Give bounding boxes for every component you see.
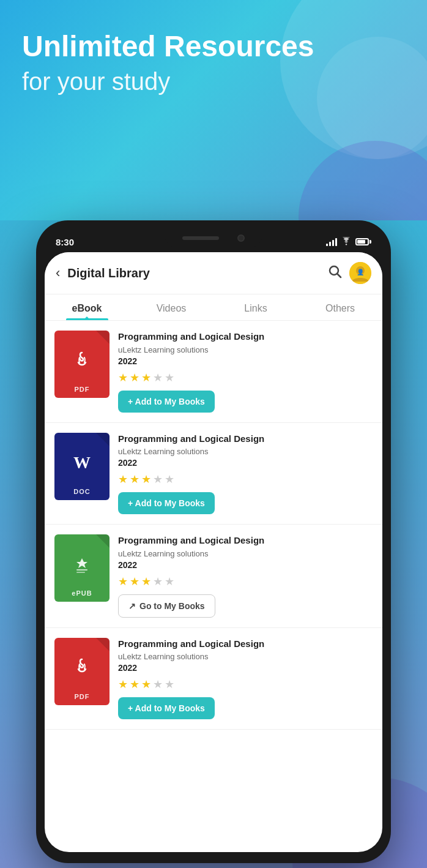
book-icon-epub: ePUB xyxy=(54,534,110,602)
book-icon-pdf: PDF xyxy=(54,331,110,398)
epub-symbol xyxy=(69,552,95,585)
phone-mockup: 8:30 xyxy=(0,220,427,863)
book-author-3: uLektz Learning solutions xyxy=(118,549,373,558)
phone-notch xyxy=(165,229,262,247)
svg-text:👤: 👤 xyxy=(357,268,365,276)
book-info-1: Programming and Logical Design uLektz Le… xyxy=(118,331,373,413)
hero-subtitle: for your study xyxy=(22,67,405,96)
book-info-3: Programming and Logical Design uLektz Le… xyxy=(118,534,373,618)
book-title-1: Programming and Logical Design xyxy=(118,331,373,343)
book-type-label-2: DOC xyxy=(73,488,90,495)
book-list: PDF Programming and Logical Design uLekt… xyxy=(45,321,382,730)
add-to-my-books-button-4[interactable]: + Add to My Books xyxy=(118,697,215,719)
tab-videos[interactable]: Videos xyxy=(129,294,214,320)
goto-arrow-icon: ↗ xyxy=(128,601,136,611)
book-type-label-4: PDF xyxy=(75,693,90,700)
add-to-my-books-button-2[interactable]: + Add to My Books xyxy=(118,492,215,514)
signal-icon xyxy=(326,238,337,246)
book-year-4: 2022 xyxy=(118,663,373,673)
phone-time: 8:30 xyxy=(56,237,74,247)
tab-bar: eBook Videos Links Others xyxy=(45,294,382,321)
book-rating-3: ★ ★ ★ ★ ★ xyxy=(118,575,373,588)
pdf-symbol-2 xyxy=(70,654,94,688)
book-icon-doc: W DOC xyxy=(54,433,110,500)
avatar[interactable]: 👤 xyxy=(349,262,371,284)
back-button[interactable]: ‹ xyxy=(56,265,60,281)
phone-screen: ‹ Digital Library 👤 xyxy=(45,252,382,852)
list-item: PDF Programming and Logical Design uLekt… xyxy=(45,628,382,730)
book-title-3: Programming and Logical Design xyxy=(118,534,373,547)
svg-text:W: W xyxy=(73,453,91,472)
book-info-2: Programming and Logical Design uLektz Le… xyxy=(118,433,373,515)
svg-line-1 xyxy=(338,274,341,278)
tab-others[interactable]: Others xyxy=(298,294,382,320)
go-to-my-books-button-3[interactable]: ↗ Go to My Books xyxy=(118,594,215,618)
svg-rect-8 xyxy=(76,569,87,571)
phone-camera xyxy=(237,234,245,242)
add-to-my-books-button-1[interactable]: + Add to My Books xyxy=(118,391,215,413)
book-title-4: Programming and Logical Design xyxy=(118,638,373,650)
hero-title: Unlimited Resources xyxy=(22,31,405,63)
book-icon-pdf-2: PDF xyxy=(54,638,110,705)
book-rating-1: ★ ★ ★ ★ ★ xyxy=(118,371,373,384)
pdf-symbol xyxy=(70,348,94,381)
tab-links[interactable]: Links xyxy=(214,294,298,320)
book-title-2: Programming and Logical Design xyxy=(118,433,373,445)
svg-rect-9 xyxy=(76,572,85,573)
status-icons xyxy=(326,237,371,247)
book-rating-2: ★ ★ ★ ★ ★ xyxy=(118,473,373,486)
book-year-2: 2022 xyxy=(118,458,373,468)
tab-ebook[interactable]: eBook xyxy=(45,294,129,320)
book-rating-4: ★ ★ ★ ★ ★ xyxy=(118,678,373,691)
list-item: ePUB Programming and Logical Design uLek… xyxy=(45,525,382,628)
book-info-4: Programming and Logical Design uLektz Le… xyxy=(118,638,373,720)
phone-speaker xyxy=(182,236,219,240)
battery-icon xyxy=(355,238,371,245)
wifi-icon xyxy=(341,237,352,247)
book-author-1: uLektz Learning solutions xyxy=(118,345,373,354)
book-type-label-3: ePUB xyxy=(72,589,92,597)
book-type-label-1: PDF xyxy=(75,386,90,393)
doc-symbol: W xyxy=(69,450,95,482)
list-item: W DOC Programming and Logical Design uLe… xyxy=(45,423,382,525)
app-header: ‹ Digital Library 👤 xyxy=(45,252,382,294)
app-title: Digital Library xyxy=(67,266,327,280)
list-item: PDF Programming and Logical Design uLekt… xyxy=(45,321,382,423)
book-year-1: 2022 xyxy=(118,356,373,366)
hero-section: Unlimited Resources for your study xyxy=(0,0,427,257)
book-author-4: uLektz Learning solutions xyxy=(118,652,373,661)
book-author-2: uLektz Learning solutions xyxy=(118,447,373,456)
search-button[interactable] xyxy=(327,264,342,282)
book-year-3: 2022 xyxy=(118,560,373,570)
